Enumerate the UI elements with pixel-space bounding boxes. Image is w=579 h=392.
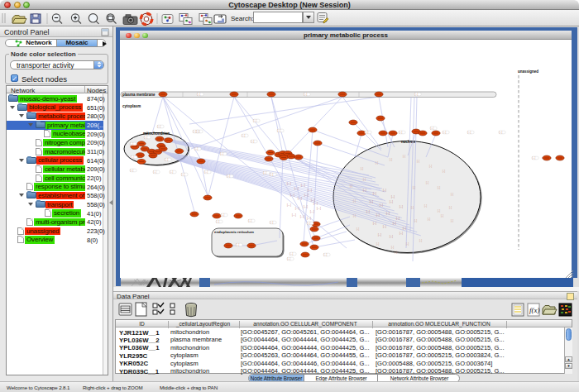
svg-text:[...]: [...] [500, 131, 503, 134]
svg-text:[...]: [...] [370, 200, 373, 203]
svg-text:[...]: [...] [222, 213, 225, 217]
svg-text:[...]: [...] [251, 140, 255, 143]
svg-text:[...]: [...] [391, 195, 395, 198]
svg-text:[...]: [...] [386, 212, 390, 215]
svg-text:[....]: [....] [298, 197, 302, 200]
svg-text:[..]: [..] [451, 219, 453, 222]
svg-text:[..]: [..] [395, 251, 397, 254]
svg-text:[...]: [...] [373, 222, 376, 225]
svg-text:[....]: [....] [301, 184, 305, 187]
svg-text:[...]: [...] [415, 93, 419, 96]
svg-text:[..]: [..] [353, 199, 356, 203]
svg-text:[...]: [...] [363, 189, 366, 192]
svg-text:[..]: [..] [391, 246, 394, 249]
svg-text:[...]: [...] [431, 127, 434, 130]
svg-text:[....]: [....] [294, 187, 299, 190]
svg-text:f(x): f(x) [529, 306, 540, 314]
svg-text:[...]: [...] [290, 252, 294, 256]
svg-text:[...]: [...] [194, 130, 197, 133]
svg-text:[..]: [..] [350, 184, 352, 188]
svg-text:[...]: [...] [154, 170, 157, 174]
svg-text:[...]: [...] [383, 225, 386, 228]
svg-text:[...]: [...] [132, 155, 135, 159]
svg-text:[...]: [...] [270, 173, 274, 176]
svg-text:[...]: [...] [443, 131, 447, 134]
svg-text:[...]: [...] [242, 134, 246, 137]
svg-text:[...]: [...] [400, 232, 403, 235]
svg-text:[....]: [....] [304, 205, 308, 208]
svg-text:[..]: [..] [428, 218, 430, 221]
svg-text:[...]: [...] [131, 169, 134, 172]
svg-text:[...]: [...] [288, 257, 291, 261]
svg-text:[..]: [..] [424, 204, 427, 208]
svg-text:[...]: [...] [373, 192, 376, 195]
svg-text:[...]: [...] [380, 203, 383, 207]
svg-text:cytoplasm: cytoplasm [122, 104, 141, 108]
svg-text:[..]: [..] [413, 186, 415, 189]
svg-text:[..]: [..] [361, 167, 363, 170]
svg-text:[..]: [..] [449, 206, 452, 209]
svg-text:[...]: [...] [468, 131, 471, 134]
svg-text:[...]: [...] [390, 200, 393, 203]
svg-text:[...]: [...] [533, 156, 536, 160]
svg-text:[...]: [...] [182, 173, 185, 176]
svg-text:[....]: [....] [292, 213, 296, 217]
svg-text:[....]: [....] [310, 210, 314, 213]
svg-text:[...]: [...] [158, 125, 161, 128]
svg-text:[..]: [..] [390, 158, 392, 161]
svg-text:unassigned: unassigned [518, 69, 538, 74]
svg-text:[...]: [...] [221, 152, 224, 155]
svg-text:[....]: [....] [307, 217, 311, 220]
svg-text:plasma membrane: plasma membrane [122, 93, 156, 97]
svg-text:[....]: [....] [287, 203, 291, 207]
svg-text:[...]: [...] [366, 210, 370, 213]
svg-text:[..]: [..] [438, 209, 440, 213]
svg-text:[....]: [....] [313, 202, 318, 205]
svg-text:[...]: [...] [249, 219, 252, 222]
svg-text:[..]: [..] [419, 239, 422, 242]
svg-text:[...]: [...] [145, 136, 148, 139]
svg-text:[...]: [...] [227, 174, 231, 178]
svg-text:[...]: [...] [254, 119, 257, 122]
svg-text:[...]: [...] [264, 171, 267, 174]
svg-text:[...]: [...] [366, 131, 369, 134]
svg-text:[..]: [..] [429, 165, 432, 168]
svg-text:[..]: [..] [353, 214, 356, 218]
svg-text:[....]: [....] [290, 194, 294, 197]
svg-text:[..]: [..] [356, 227, 359, 231]
svg-text:[..]: [..] [414, 219, 417, 222]
svg-text:[..]: [..] [417, 160, 419, 163]
svg-text:[..]: [..] [426, 181, 428, 184]
svg-text:[..]: [..] [403, 155, 405, 158]
svg-text:[...]: [...] [390, 235, 393, 238]
svg-text:[..]: [..] [411, 206, 414, 209]
svg-text:[...]: [...] [304, 93, 308, 96]
svg-text:[...]: [...] [400, 205, 403, 208]
svg-text:[...]: [...] [205, 170, 208, 174]
svg-text:[...]: [...] [308, 222, 311, 225]
svg-text:[...]: [...] [165, 158, 169, 161]
svg-text:[...]: [...] [197, 130, 200, 133]
svg-text:[....]: [....] [295, 207, 299, 210]
svg-text:[..]: [..] [406, 242, 409, 246]
svg-text:[..]: [..] [441, 214, 443, 218]
svg-text:[...]: [...] [393, 222, 396, 225]
svg-text:[...]: [...] [237, 243, 240, 246]
svg-text:[....]: [....] [317, 207, 321, 210]
svg-text:[..]: [..] [376, 242, 379, 246]
svg-text:[...]: [...] [198, 93, 201, 96]
svg-text:[...]: [...] [376, 213, 380, 217]
svg-text:[..]: [..] [451, 193, 453, 196]
svg-text:[....]: [....] [308, 189, 312, 192]
svg-text:[...]: [...] [217, 220, 220, 223]
svg-text:endoplasmic reticulum: endoplasmic reticulum [214, 230, 254, 234]
svg-text:[...]: [...] [195, 147, 199, 151]
svg-text:[...]: [...] [400, 131, 403, 134]
svg-text:[....]: [....] [300, 215, 304, 218]
svg-text:[....]: [....] [304, 194, 309, 197]
svg-text:mitochondrion: mitochondrion [143, 131, 170, 136]
svg-text:[...]: [...] [270, 221, 274, 224]
svg-text:[...]: [...] [324, 253, 328, 256]
svg-text:[...]: [...] [131, 142, 134, 146]
svg-text:[..]: [..] [363, 178, 366, 181]
